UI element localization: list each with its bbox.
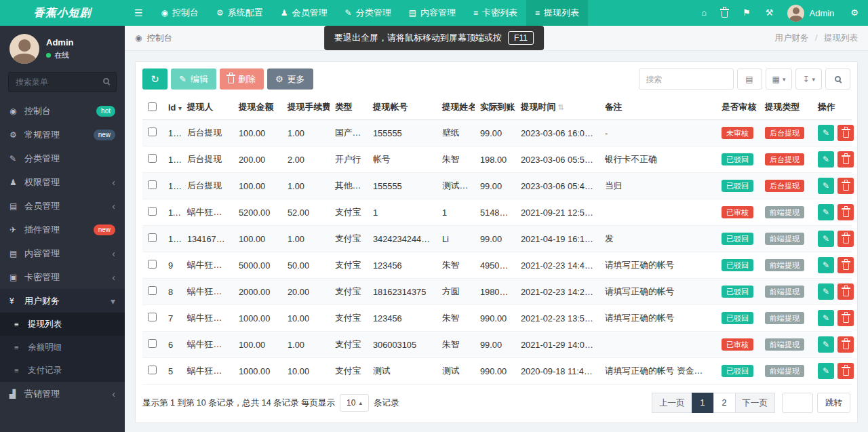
edit-row-button[interactable]: ✎ [818,363,834,379]
page-button[interactable]: 1 [692,393,714,413]
flag-button[interactable]: ⚑ [735,0,758,26]
delete-row-button[interactable] [837,363,854,379]
edit-row-button[interactable]: ✎ [818,283,834,300]
settings-gear-icon[interactable]: ⚙ [841,0,868,26]
breadcrumb-home[interactable]: ◉ 控制台 [135,33,172,44]
cell-account: 帐号 [368,146,437,173]
edit-row-button[interactable]: ✎ [818,178,834,194]
column-header[interactable]: 提现时间 ⇅ [515,96,599,120]
row-checkbox[interactable] [148,313,157,321]
sidebar-item[interactable]: ♟权限管理‹ [0,170,125,194]
cell-fee: 2.00 [282,146,330,173]
sidebar-item[interactable]: ▟营销管理‹ [0,382,125,406]
sidebar-item[interactable]: ▤内容管理‹ [0,241,125,265]
row-checkbox[interactable] [148,286,157,295]
page-button[interactable]: 2 [713,393,736,413]
delete-row-button[interactable] [837,231,854,247]
sidebar-toggle-icon[interactable]: ☰ [125,0,153,26]
select-all-checkbox[interactable] [148,102,157,111]
user-menu[interactable]: Admin [781,0,841,26]
sidebar-subitem[interactable]: ≡支付记录 [0,359,125,382]
row-checkbox[interactable] [148,260,157,269]
trash-button[interactable] [714,0,735,26]
edit-row-button[interactable]: ✎ [818,125,834,141]
row-checkbox[interactable] [148,154,157,163]
search-toggle-button[interactable] [825,68,850,90]
checkbox-cell [142,332,163,358]
prev-page-button[interactable]: 上一页 [652,393,692,413]
menu-badge: hot [96,106,115,117]
edit-row-button[interactable]: ✎ [818,257,834,273]
cell-id: 10 [163,226,182,252]
more-button[interactable]: ⚙ 更多 [267,68,313,90]
sidebar-item[interactable]: ✎分类管理 [0,146,125,170]
edit-row-button[interactable]: ✎ [818,336,834,353]
columns-button[interactable]: ▦▾ [766,68,793,90]
row-checkbox[interactable] [148,180,157,189]
trash-icon [843,369,849,376]
sidebar-item[interactable]: ◉控制台hot [0,99,125,123]
edit-row-button[interactable]: ✎ [818,151,834,168]
sidebar-item[interactable]: ¥用户财务▾ [0,289,125,313]
refresh-button[interactable]: ↻ [142,68,167,90]
trash-icon [843,237,849,243]
sidebar-item[interactable]: ▤会员管理‹ [0,194,125,218]
sidebar-subitem[interactable]: ≡余额明细 [0,336,125,359]
delete-row-button[interactable] [837,310,854,326]
delete-row-button[interactable] [837,204,854,220]
row-checkbox[interactable] [148,127,157,136]
sidebar-item[interactable]: ⚙常规管理new [0,123,125,146]
records-summary-suffix: 条记录 [374,397,399,409]
next-page-button[interactable]: 下一页 [735,393,776,413]
export-icon: ↧ [802,75,809,84]
menu-search-input[interactable] [8,72,117,92]
trash-icon [722,11,728,18]
topnav-item[interactable]: ≡提现列表 [526,0,588,26]
edit-row-button[interactable]: ✎ [818,231,834,247]
sidebar-item[interactable]: ✈插件管理new [0,218,125,241]
jump-page-input[interactable] [782,393,813,413]
delete-row-button[interactable] [837,336,854,353]
tools-button[interactable]: ⚒ [758,0,781,26]
cell-remark: 请填写正确的帐号 [599,305,716,332]
delete-row-button[interactable] [837,151,854,168]
cell-user: 蜗牛狂奔77 [182,279,233,305]
delete-row-button[interactable] [837,178,854,194]
withdraw-type-badge: 后台提现 [765,180,804,192]
row-checkbox[interactable] [148,233,157,242]
column-header[interactable]: Id ▾ [163,96,182,120]
pencil-icon: ✎ [823,287,829,296]
sidebar-item[interactable]: ▣卡密管理‹ [0,265,125,289]
row-checkbox[interactable] [148,339,157,348]
topnav-item[interactable]: ≡卡密列表 [465,0,526,26]
cell-fee: 1.00 [282,120,330,146]
checkbox-cell [142,358,163,385]
topnav-item[interactable]: ✎分类管理 [336,0,400,26]
export-button[interactable]: ↧▾ [795,68,822,90]
topnav-item[interactable]: ⚙系统配置 [208,0,272,26]
topnav-item[interactable]: ♟会员管理 [272,0,336,26]
view-switch-button[interactable]: ▤ [737,68,762,90]
topnav-item[interactable]: ◉控制台 [153,0,208,26]
edit-row-button[interactable]: ✎ [818,204,834,220]
edit-row-button[interactable]: ✎ [818,310,834,326]
user-icon: ♟ [281,8,288,18]
checkbox-cell [142,279,163,305]
jump-button[interactable]: 跳转 [817,393,850,413]
delete-button[interactable]: 删除 [220,68,264,90]
pencil-icon: ✎ [345,8,352,18]
sidebar-subitem[interactable]: ≡提现列表 [0,313,125,336]
list-icon: ≡ [14,320,28,328]
page-size-select[interactable]: 10 ▴ [340,394,369,412]
table-body: 14后台提现100.001.00国产视频155555壁纸99.002023-03… [142,120,852,385]
row-checkbox[interactable] [148,366,157,374]
topnav-item[interactable]: ▤内容管理 [400,0,465,26]
delete-row-button[interactable] [837,257,854,273]
home-button[interactable]: ⌂ [694,0,714,26]
delete-row-button[interactable] [837,283,854,300]
table-search-input[interactable] [639,68,734,90]
delete-row-button[interactable] [837,125,854,141]
caret-up-icon: ▴ [359,399,362,406]
edit-button[interactable]: ✎ 编辑 [171,68,216,90]
row-checkbox[interactable] [148,207,157,216]
